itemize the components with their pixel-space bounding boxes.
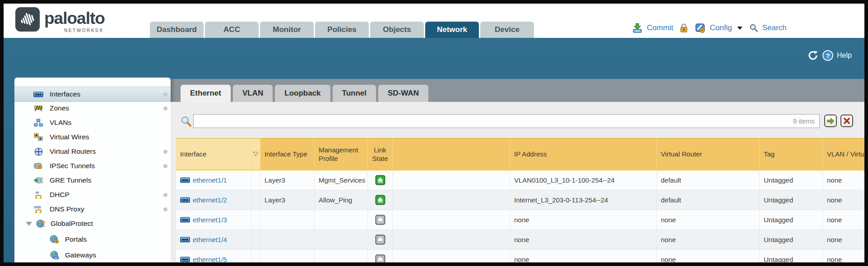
sidebar-item-virtual-wires[interactable]: Virtual Wires [14,130,171,144]
main-nav-tabs: Dashboard ACC Monitor Policies Objects N… [150,22,534,38]
interface-icon [180,237,190,243]
column-header-tag[interactable]: Tag [760,138,823,170]
virtual-router-cell: none [657,250,760,262]
brand-name: paloalto [44,7,105,30]
config-button[interactable]: Config [710,23,732,32]
chevron-down-icon[interactable] [737,27,743,30]
globalprotect-icon [36,219,46,228]
expander-triangle-icon[interactable] [26,222,32,226]
subtab-sdwan[interactable]: SD-WAN [378,85,428,102]
refresh-icon[interactable] [807,50,819,61]
interface-type-cell [260,210,315,229]
sort-cell [251,230,260,249]
top-header-bar: paloalto NETWORKS® Dashboard ACC Monitor… [4,4,864,38]
column-header-management-profile[interactable]: Management Profile [315,138,368,170]
link-state-cell [368,170,393,190]
interfaces-table: Interface Interface Type Management Prof… [176,138,864,262]
filter-input[interactable] [195,115,780,127]
sort-cell [251,190,260,210]
sidebar-item-zones[interactable]: Zones [14,101,171,115]
column-sort-dropdown[interactable] [251,138,260,170]
column-header-interface-type[interactable]: Interface Type [260,138,315,170]
clear-filter-button[interactable] [840,115,853,127]
virtual-router-cell: none [657,230,760,249]
table-row: ethernet1/3 none none Untagged none [176,210,864,230]
spacer-cell [393,170,510,190]
sidebar-item-dhcp[interactable]: IP DHCP [14,188,171,202]
vlan-wire-cell: none [823,170,864,190]
sidebar-item-globalprotect[interactable]: GlobalProtect [14,216,171,231]
subtab-tunnel[interactable]: Tunnel [333,85,376,102]
link-state-icon [375,234,385,245]
tab-dashboard[interactable]: Dashboard [150,22,204,38]
interface-type-cell [260,250,315,262]
sidebar-item-gateways[interactable]: Gateways [14,248,171,262]
column-header-spacer [393,138,510,170]
mgmt-profile-cell [315,210,368,229]
interface-link[interactable]: ethernet1/2 [193,196,227,204]
band-toolbar: ? Help [807,50,852,61]
items-count: 9 items [793,117,815,125]
interface-link[interactable]: ethernet1/5 [193,256,227,262]
interface-cell: ethernet1/2 [176,190,251,210]
table-row: ethernet1/1 Layer3 Mgmt_Services VLAN010… [176,170,864,190]
interface-icon [180,257,190,262]
tab-network[interactable]: Network [425,22,479,38]
interface-link[interactable]: ethernet1/1 [193,176,227,184]
tab-monitor[interactable]: Monitor [260,22,314,38]
main-content: Ethernet VLAN Loopback Tunnel SD-WAN 9 i… [171,79,864,262]
subtab-loopback[interactable]: Loopback [275,85,330,102]
apply-filter-button[interactable] [824,115,837,127]
lock-icon[interactable] [679,23,688,33]
help-icon[interactable]: ? [822,50,833,61]
interface-link[interactable]: ethernet1/4 [193,236,227,243]
help-label[interactable]: Help [837,51,852,60]
link-state-cell [368,190,393,210]
virtual-router-cell: none [657,210,760,229]
sort-cell [251,250,260,262]
dns-proxy-icon: DNS [33,205,43,214]
filter-magnifier-icon [181,116,192,129]
sidebar-item-gre-tunnels[interactable]: GRE Tunnels [14,173,171,188]
link-state-icon [375,215,385,225]
sidebar-label: Gateways [65,251,96,259]
column-header-vlan-wire[interactable]: VLAN / Virtual Wire [823,138,864,170]
tab-objects[interactable]: Objects [370,22,424,38]
vlan-wire-cell: none [823,230,864,249]
sidebar-label: Interfaces [50,90,80,98]
search-button[interactable]: Search [762,23,787,32]
status-dot [163,92,167,96]
column-header-interface[interactable]: Interface [176,138,251,170]
virtual-router-cell: default [657,190,760,210]
commit-button[interactable]: Commit [647,23,673,32]
subtab-vlan[interactable]: VLAN [233,85,273,102]
sidebar-item-interfaces[interactable]: Interfaces [14,87,171,102]
tab-policies[interactable]: Policies [315,22,369,38]
sort-arrow-icon [253,151,259,156]
interface-icon [180,177,190,183]
column-header-virtual-router[interactable]: Virtual Router [657,138,760,170]
gateways-icon [49,251,59,260]
status-dot [163,193,167,197]
sidebar-item-dns-proxy[interactable]: DNS DNS Proxy [14,202,171,216]
column-header-ip-address[interactable]: IP Address [510,138,657,170]
page: paloalto NETWORKS® Dashboard ACC Monitor… [4,4,864,262]
sidebar-item-ipsec-tunnels[interactable]: IPSec Tunnels [14,159,171,173]
sidebar-label: Portals [65,235,87,243]
tab-acc[interactable]: ACC [205,22,259,38]
search-icon [749,23,758,32]
sidebar-item-virtual-routers[interactable]: Virtual Routers [14,144,171,159]
interface-link[interactable]: ethernet1/3 [193,216,227,224]
status-dot [163,164,167,168]
portals-icon [49,235,59,244]
soundwave-icon [19,10,37,28]
ipsec-tunnels-icon [33,161,43,170]
subtab-ethernet[interactable]: Ethernet [181,85,231,102]
sidebar-item-portals[interactable]: Portals [14,232,171,247]
tab-device[interactable]: Device [480,22,534,38]
sidebar-label: GlobalProtect [51,220,93,228]
column-header-link-state[interactable]: Link State [368,138,393,170]
sidebar-item-vlans[interactable]: VLANs [14,115,171,130]
paloalto-logo-icon [15,7,40,32]
virtual-routers-icon [33,147,43,156]
